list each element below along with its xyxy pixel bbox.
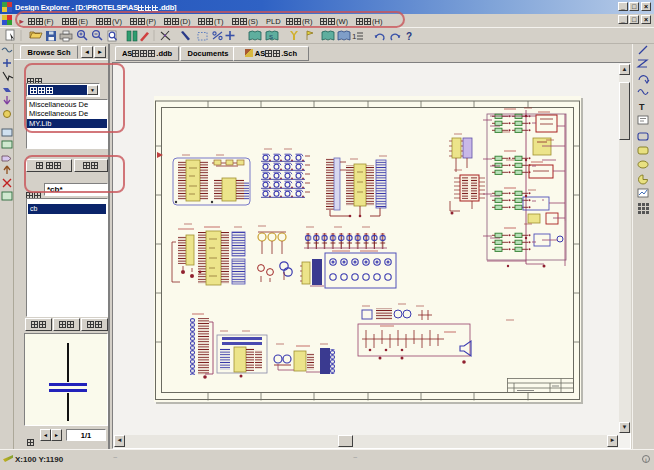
svg-text:S: S <box>269 34 273 40</box>
svg-text:?: ? <box>406 31 412 42</box>
svg-text:1: 1 <box>352 32 357 41</box>
svg-text:T: T <box>639 102 645 112</box>
